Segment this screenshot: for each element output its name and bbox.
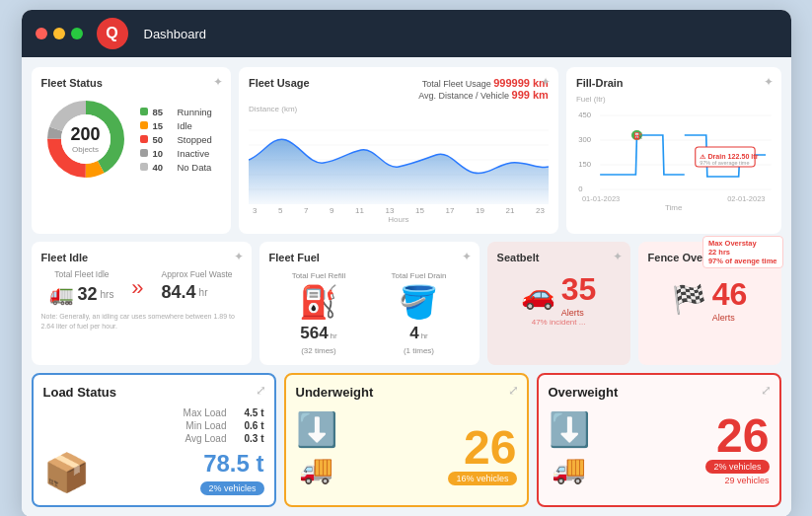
- seatbelt-settings-icon[interactable]: ✦: [613, 250, 623, 263]
- fleet-usage-title: Fleet Usage: [249, 77, 310, 89]
- fill-drain-chart: 450 300 150 0: [576, 106, 772, 194]
- fleet-fuel-settings-icon[interactable]: ✦: [462, 250, 472, 263]
- svg-text:150: 150: [578, 160, 591, 169]
- arrow-right-icon: »: [131, 275, 143, 301]
- stopped-dot: [140, 135, 148, 143]
- fill-drain-settings-icon[interactable]: ✦: [764, 75, 774, 89]
- underweight-truck-icon: 🚚: [299, 453, 333, 485]
- drain-unit: hr: [421, 332, 428, 340]
- truck-icon: 🚛: [49, 282, 74, 306]
- fleet-status-card: Fleet Status ✦: [32, 67, 231, 234]
- overweight-bottom: ⬇️ 🚚 26 2% vehicles 29 vehicles: [549, 409, 770, 485]
- fence-content: 🏁 46 Alerts: [648, 269, 772, 329]
- fuel-pump-icon: ⛽: [299, 283, 338, 321]
- fleet-usage-settings-icon[interactable]: ✦: [541, 75, 551, 89]
- fleet-usage-card: Fleet Usage Total Fleet Usage 999999 km …: [239, 67, 558, 234]
- avg-load-row: Avg Load 0.3 t: [43, 433, 264, 444]
- approx-label: Approx Fuel Waste: [162, 269, 233, 279]
- x-axis-title: Hours: [249, 215, 549, 224]
- load-expand-icon[interactable]: ⤢: [256, 383, 266, 398]
- over-expand-icon[interactable]: ⤢: [761, 383, 772, 398]
- dashboard-body: Fleet Status ✦: [22, 57, 791, 516]
- fuel-refill-item: Total Fuel Refill ⛽ 564 hr (32 times): [292, 271, 346, 355]
- drain-label: Total Fuel Drain: [391, 271, 446, 280]
- x-axis-labels: 357911131517192123: [249, 206, 549, 215]
- total-fleet-idle-label: Total Fleet Idle: [49, 269, 113, 279]
- row-3: ⤢ Load Status Max Load 4.5 t Min Load 0.…: [32, 373, 781, 507]
- fuel-waste-unit: hr: [199, 287, 208, 298]
- fuel-row: Total Fuel Refill ⛽ 564 hr (32 times) To…: [269, 271, 470, 355]
- seatbelt-content: 🚗 35 Alerts 47% incident ...: [497, 269, 621, 329]
- drain-value: 4: [409, 324, 418, 343]
- max-sub: 97% of avenge time: [708, 257, 777, 265]
- idle-value: 32: [77, 284, 97, 305]
- minimize-button[interactable]: [53, 28, 65, 39]
- overweight-badge: 2% vehicles: [705, 460, 769, 474]
- fence-icon: 🏁: [672, 283, 706, 316]
- fleet-idle-card: Fleet Idle ✦ Total Fleet Idle 🚛 32 hrs »: [32, 242, 252, 365]
- overweight-title: Overweight: [549, 385, 770, 400]
- fuel-drain-icon: 🪣: [399, 283, 438, 321]
- idle-unit: hrs: [101, 289, 114, 300]
- legend-idle: 15 Idle: [140, 120, 212, 131]
- svg-text:⚠ Drain 122.50 ltr: ⚠ Drain 122.50 ltr: [700, 153, 759, 160]
- fleet-status-legend: 85 Running 15 Idle 50 Stopped: [140, 107, 212, 173]
- load-badge: 2% vehicles: [200, 481, 263, 495]
- overweight-arrow-icon: ⬇️: [549, 409, 590, 449]
- load-status-card: ⤢ Load Status Max Load 4.5 t Min Load 0.…: [32, 373, 276, 507]
- max-value: 22 hrs: [708, 248, 730, 257]
- fleet-idle-settings-icon[interactable]: ✦: [234, 250, 244, 263]
- row-1: Fleet Status ✦: [32, 67, 781, 234]
- close-button[interactable]: [36, 28, 47, 39]
- min-load-row: Min Load 0.6 t: [43, 420, 264, 431]
- legend-inactive: 10 Inactive: [140, 148, 212, 159]
- seatbelt-sub: 47% incident ...: [532, 318, 586, 327]
- fence-overstay-card: Fence Overstay ✦ Max Overstay 22 hrs 97%…: [638, 242, 781, 365]
- app-window: Q Dashboard Fleet Status ✦: [22, 10, 791, 516]
- refill-label: Total Fuel Refill: [292, 271, 346, 280]
- fuel-waste-value: 84.4: [162, 282, 196, 303]
- underweight-bottom: ⬇️ 🚚 26 16% vehicles: [296, 409, 517, 485]
- svg-text:⛽: ⛽: [633, 131, 643, 140]
- seatbelt-alerts-label: Alerts: [561, 308, 597, 318]
- usage-stats: Total Fleet Usage 999999 km Avg. Distanc…: [418, 77, 549, 101]
- legend-nodata: 40 No Data: [140, 162, 212, 173]
- row-2: Fleet Idle ✦ Total Fleet Idle 🚛 32 hrs »: [32, 242, 781, 365]
- y-axis-label: Distance (km): [249, 105, 549, 113]
- fence-value: 46: [712, 276, 748, 313]
- svg-text:450: 450: [578, 111, 591, 119]
- underweight-right: 26 16% vehicles: [448, 424, 516, 485]
- refill-value: 564: [300, 324, 328, 343]
- load-stats: Max Load 4.5 t Min Load 0.6 t Avg Load 0…: [43, 407, 264, 444]
- under-expand-icon[interactable]: ⤢: [508, 383, 519, 398]
- idle-note: Note: Generally, an idling car uses some…: [41, 312, 242, 332]
- legend-running: 85 Running: [140, 107, 212, 117]
- title-bar: Q Dashboard: [22, 10, 791, 57]
- svg-text:0: 0: [578, 184, 582, 193]
- maximize-button[interactable]: [71, 28, 83, 39]
- fill-drain-title: Fill-Drain: [576, 77, 772, 89]
- fleet-status-settings-icon[interactable]: ✦: [213, 75, 223, 89]
- load-bottom: 📦 78.5 t 2% vehicles: [43, 450, 264, 495]
- nodata-dot: [140, 163, 148, 171]
- fd-x-title: Time: [576, 203, 772, 212]
- overweight-truck-icon: 🚚: [552, 453, 586, 485]
- seatbelt-value: 35: [561, 271, 597, 308]
- vehicles-note: 29 vehicles: [724, 476, 769, 485]
- svg-text:97% of average time: 97% of average time: [700, 160, 749, 166]
- max-overstay-badge: Max Overstay 22 hrs 97% of avenge time: [702, 236, 783, 268]
- overweight-card: ⤢ Overweight ⬇️ 🚚 26 2% vehicles 29 vehi…: [537, 373, 781, 507]
- refill-unit: hr: [331, 332, 337, 340]
- svg-text:300: 300: [578, 135, 591, 144]
- fleet-idle-title: Fleet Idle: [41, 252, 242, 263]
- seatbelt-card: Seatbelt ✦ 🚗 35 Alerts 47% incident ...: [487, 242, 630, 365]
- underweight-card: ⤢ Underweight ⬇️ 🚚 26 16% vehicles: [284, 373, 529, 507]
- fuel-drain-item: Total Fuel Drain 🪣 4 hr (1 times): [391, 271, 446, 355]
- seatbelt-title: Seatbelt: [497, 252, 621, 263]
- donut-center: 200 Objects: [70, 124, 100, 154]
- traffic-lights: [36, 28, 83, 39]
- refill-times: (32 times): [301, 346, 336, 355]
- app-logo: Q: [97, 18, 128, 49]
- fleet-fuel-card: Fleet Fuel ✦ Total Fuel Refill ⛽ 564 hr …: [259, 242, 480, 365]
- usage-chart: [249, 115, 549, 204]
